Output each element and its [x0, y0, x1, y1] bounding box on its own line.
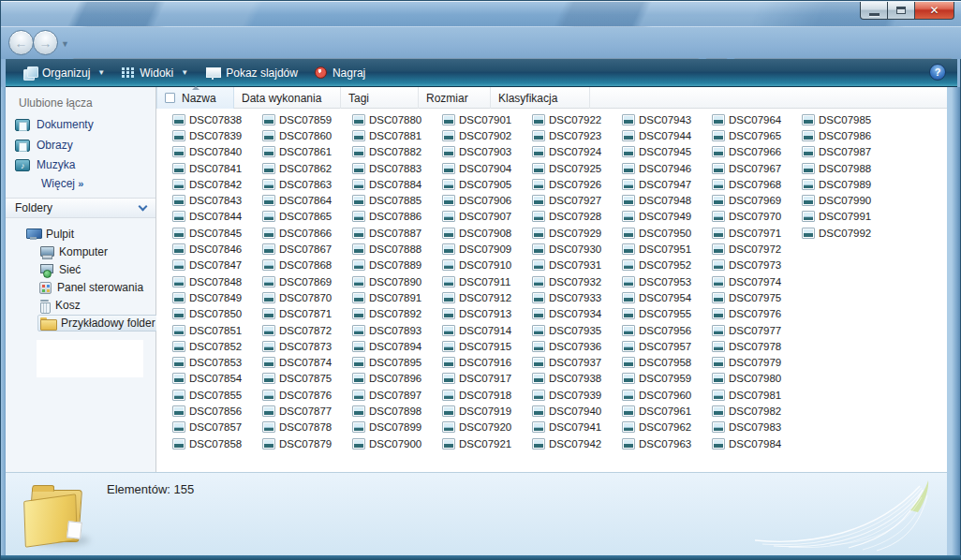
file-item[interactable]: DSC07888 [352, 241, 442, 257]
file-item[interactable]: DSC07940 [532, 403, 622, 419]
file-item[interactable]: DSC07844 [172, 209, 262, 225]
file-item[interactable]: DSC07875 [262, 371, 352, 387]
file-item[interactable]: DSC07901 [442, 111, 532, 127]
file-item[interactable]: DSC07973 [712, 258, 802, 273]
file-item[interactable]: DSC07856 [172, 403, 262, 419]
file-item[interactable]: DSC07987 [802, 144, 892, 160]
file-item[interactable]: DSC07926 [532, 176, 622, 192]
file-item[interactable]: DSC07910 [442, 258, 532, 273]
file-item[interactable]: DSC07977 [712, 322, 802, 338]
column-header-date-taken[interactable]: Data wykonania [234, 87, 341, 109]
file-item[interactable]: DSC07839 [172, 127, 262, 143]
file-item[interactable]: DSC07846 [172, 241, 262, 257]
file-item[interactable]: DSC07936 [532, 338, 622, 354]
file-item[interactable]: DSC07872 [262, 322, 352, 338]
file-item[interactable]: DSC07878 [262, 420, 352, 435]
file-item[interactable]: DSC07893 [352, 322, 442, 338]
maximize-button[interactable] [888, 2, 915, 20]
file-item[interactable]: DSC07874 [262, 354, 352, 370]
select-all-checkbox[interactable] [165, 93, 175, 103]
help-button[interactable]: ? [929, 64, 946, 81]
tree-item-sample-folder[interactable]: Przykładowy folder [37, 315, 160, 332]
file-item[interactable]: DSC07868 [262, 258, 352, 273]
sidebar-item-pictures[interactable]: Obrazy [15, 139, 73, 152]
file-item[interactable]: DSC07840 [172, 144, 262, 160]
file-item[interactable]: DSC07841 [172, 160, 262, 176]
file-item[interactable]: DSC07947 [622, 176, 712, 192]
file-item[interactable]: DSC07854 [172, 371, 262, 387]
file-item[interactable]: DSC07919 [442, 403, 532, 419]
file-item[interactable]: DSC07954 [622, 289, 712, 305]
file-item[interactable]: DSC07952 [622, 258, 712, 273]
file-item[interactable]: DSC07890 [352, 273, 442, 289]
file-item[interactable]: DSC07949 [622, 209, 712, 225]
file-item[interactable]: DSC07931 [532, 258, 622, 273]
sidebar-item-documents[interactable]: Dokumenty [15, 118, 94, 131]
forward-button[interactable]: → [33, 30, 58, 55]
file-item[interactable]: DSC07852 [172, 338, 262, 354]
file-item[interactable]: DSC07894 [352, 338, 442, 354]
file-item[interactable]: DSC07915 [442, 338, 532, 354]
slideshow-button[interactable]: Pokaz slajdów [197, 63, 306, 83]
file-item[interactable]: DSC07847 [172, 258, 262, 273]
title-bar[interactable]: ✕ [1, 1, 961, 27]
file-item[interactable]: DSC07966 [712, 144, 802, 160]
file-item[interactable]: DSC07941 [532, 420, 622, 435]
file-item[interactable]: DSC07986 [802, 127, 892, 143]
column-header-name[interactable]: Nazwa [156, 87, 234, 109]
file-item[interactable]: DSC07992 [802, 225, 892, 241]
file-item[interactable]: DSC07923 [532, 127, 622, 143]
file-item[interactable]: DSC07967 [712, 160, 802, 176]
file-item[interactable]: DSC07937 [532, 354, 622, 370]
file-item[interactable]: DSC07922 [532, 111, 622, 127]
file-item[interactable]: DSC07886 [352, 209, 442, 225]
file-item[interactable]: DSC07871 [262, 306, 352, 322]
file-item[interactable]: DSC07976 [712, 306, 802, 322]
file-item[interactable]: DSC07951 [622, 241, 712, 257]
file-item[interactable]: DSC07963 [622, 435, 712, 451]
sidebar-item-music[interactable]: Muzyka [15, 158, 75, 171]
file-item[interactable]: DSC07959 [622, 371, 712, 387]
file-item[interactable]: DSC07863 [262, 176, 352, 192]
file-item[interactable]: DSC07866 [262, 225, 352, 241]
file-item[interactable]: DSC07914 [442, 322, 532, 338]
file-item[interactable]: DSC07861 [262, 144, 352, 160]
file-item[interactable]: DSC07880 [352, 111, 442, 127]
file-item[interactable]: DSC07953 [622, 273, 712, 289]
column-header-tags[interactable]: Tagi [341, 87, 419, 109]
file-item[interactable]: DSC07970 [712, 209, 802, 225]
file-item[interactable]: DSC07899 [352, 420, 442, 435]
file-item[interactable]: DSC07989 [802, 176, 892, 192]
file-item[interactable]: DSC07903 [442, 144, 532, 160]
file-item[interactable]: DSC07848 [172, 273, 262, 289]
file-item[interactable]: DSC07928 [532, 209, 622, 225]
file-item[interactable]: DSC07904 [442, 160, 532, 176]
file-item[interactable]: DSC07925 [532, 160, 622, 176]
file-item[interactable]: DSC07858 [172, 435, 262, 451]
file-item[interactable]: DSC07956 [622, 322, 712, 338]
file-item[interactable]: DSC07908 [442, 225, 532, 241]
file-item[interactable]: DSC07892 [352, 306, 442, 322]
file-item[interactable]: DSC07984 [712, 435, 802, 451]
file-item[interactable]: DSC07913 [442, 306, 532, 322]
file-item[interactable]: DSC07920 [442, 420, 532, 435]
file-item[interactable]: DSC07988 [802, 160, 892, 176]
history-dropdown-icon[interactable]: ▼ [61, 39, 69, 49]
file-item[interactable]: DSC07924 [532, 144, 622, 160]
file-item[interactable]: DSC07974 [712, 273, 802, 289]
file-item[interactable]: DSC07979 [712, 354, 802, 370]
back-button[interactable]: ← [8, 30, 34, 55]
file-item[interactable]: DSC07912 [442, 289, 532, 305]
file-item[interactable]: DSC07964 [712, 111, 802, 127]
file-item[interactable]: DSC07916 [442, 354, 532, 370]
file-item[interactable]: DSC07850 [172, 306, 262, 322]
file-item[interactable]: DSC07873 [262, 338, 352, 354]
file-item[interactable]: DSC07960 [622, 387, 712, 403]
file-item[interactable]: DSC07897 [352, 387, 442, 403]
file-item[interactable]: DSC07902 [442, 127, 532, 143]
file-item[interactable]: DSC07900 [352, 435, 442, 451]
file-item[interactable]: DSC07943 [622, 111, 712, 127]
file-item[interactable]: DSC07851 [172, 322, 262, 338]
file-item[interactable]: DSC07889 [352, 258, 442, 273]
file-item[interactable]: DSC07950 [622, 225, 712, 241]
